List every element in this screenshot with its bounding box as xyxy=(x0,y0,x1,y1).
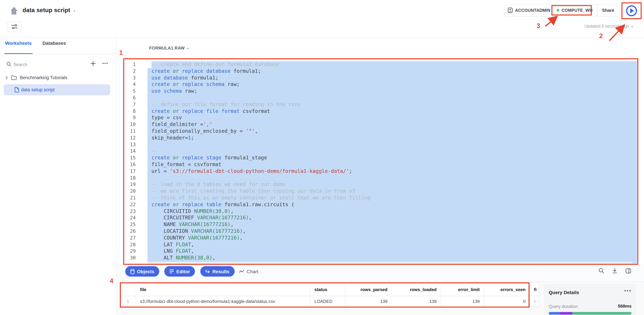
code-line-8: 8create or replace file format csvformat xyxy=(124,108,637,115)
divider xyxy=(0,54,116,54)
code-line-27: 27 COUNTRY VARCHAR(16777216), xyxy=(124,235,637,241)
line-number: 3 xyxy=(124,75,136,81)
code-line-1: 1-- create and define our formula1 datab… xyxy=(124,61,637,68)
tab-worksheets[interactable]: Worksheets xyxy=(5,41,32,46)
tab-objects[interactable]: Objects xyxy=(125,266,160,276)
line-number: 30 xyxy=(124,255,136,261)
line-number: 12 xyxy=(124,135,136,142)
line-number: 28 xyxy=(124,241,136,248)
tab-chart[interactable]: Chart xyxy=(239,266,258,276)
play-icon xyxy=(626,5,638,17)
line-number: 27 xyxy=(124,235,136,241)
code-text: LNG FLOAT, xyxy=(148,248,637,255)
warehouse-label: COMPUTE_WH xyxy=(562,8,593,13)
new-worksheet-button[interactable] xyxy=(90,61,96,67)
query-duration-label: Query duration xyxy=(549,304,578,309)
column-overflow-stub: fi xyxy=(530,283,539,296)
code-line-24: 24 CIRCUITREF VARCHAR(16777216), xyxy=(124,215,637,221)
download-icon xyxy=(612,268,618,273)
tab-databases[interactable]: Databases xyxy=(42,41,66,46)
column-header-errors_seen[interactable]: errors_seen xyxy=(484,283,530,296)
code-line-7: 7-- define our file format for reading i… xyxy=(124,101,637,108)
line-number: 17 xyxy=(124,168,136,175)
code-line-22: 22create or replace table formula1.raw.c… xyxy=(124,201,637,208)
title-caret-down-icon[interactable]: ▾ xyxy=(74,10,75,13)
annotation-label-1: 1 xyxy=(119,49,123,57)
code-line-9: 9type = csv xyxy=(124,115,637,121)
column-header-status[interactable]: status xyxy=(310,283,346,296)
folder-row-benchmarking-tutorials[interactable]: Benchmarking Tutorials xyxy=(0,73,116,83)
line-number: 19 xyxy=(124,181,136,188)
code-text xyxy=(148,175,637,181)
code-line-6: 6 xyxy=(124,95,637,101)
sliders-icon xyxy=(10,24,18,30)
duration-bar-segment-2 xyxy=(560,312,572,315)
table-cell: 1 xyxy=(120,296,136,306)
table-header-row: filestatusrows_parsedrows_loadederror_li… xyxy=(120,283,539,296)
updated-status[interactable]: Updated 8 seconds ago▾ xyxy=(584,24,633,29)
results-region: filestatusrows_parsedrows_loadederror_li… xyxy=(116,282,644,315)
column-header-file[interactable]: file xyxy=(136,283,310,296)
columns-layout-icon xyxy=(625,268,631,273)
tab-results[interactable]: Results xyxy=(200,266,234,276)
column-header-rows_parsed[interactable]: rows_parsed xyxy=(346,283,392,296)
worksheet-item-label: data setup script xyxy=(21,87,54,92)
context-label: FORMULA1.RAW xyxy=(149,46,185,51)
context-caret-down-icon: ▾ xyxy=(187,47,189,50)
code-text: use database formula1; xyxy=(148,75,637,81)
table-row[interactable]: 1s3://formula1-dbt-cloud-python-demo/for… xyxy=(120,296,539,306)
code-line-19: 19-- load in the 8 tables we need for ou… xyxy=(124,181,637,188)
database-context-selector[interactable]: FORMULA1.RAW▾ xyxy=(149,46,189,51)
tab-editor[interactable]: Editor xyxy=(164,266,195,276)
column-header-error_limit[interactable]: error_limit xyxy=(441,283,484,296)
column-header-rownum[interactable] xyxy=(120,283,136,296)
code-line-25: 25 NAME VARCHAR(16777216), xyxy=(124,221,637,228)
code-text: create or replace schema raw; xyxy=(148,81,637,88)
sql-editor[interactable]: 1-- create and define our formula1 datab… xyxy=(124,60,637,263)
query-details-more-button[interactable]: ••• xyxy=(624,288,632,293)
code-line-17: 17url = 's3://formula1-dbt-cloud-python-… xyxy=(124,168,637,175)
home-icon[interactable] xyxy=(10,7,18,15)
code-text: CIRCUITREF VARCHAR(16777216), xyxy=(148,215,637,221)
duration-bar-segment-3 xyxy=(572,312,632,315)
plus-icon xyxy=(90,61,96,66)
column-header-rows_loaded[interactable]: rows_loaded xyxy=(392,283,441,296)
code-text: file_format = csvformat xyxy=(148,161,637,168)
code-line-13: 13 xyxy=(124,141,637,148)
code-line-29: 29 LNG FLOAT, xyxy=(124,248,637,255)
filters-button[interactable] xyxy=(7,21,22,32)
query-duration-value: 568ms xyxy=(618,303,632,308)
editor-horizontal-scrollbar[interactable] xyxy=(148,262,632,263)
tab-chart-label: Chart xyxy=(247,269,258,274)
code-line-16: 16file_format = csvformat xyxy=(124,161,637,168)
search-input[interactable]: Search xyxy=(14,62,27,67)
share-button[interactable]: Share xyxy=(597,4,620,17)
page-title[interactable]: data setup script xyxy=(22,7,70,14)
table-cell: 139 xyxy=(392,296,441,306)
tab-editor-label: Editor xyxy=(176,269,190,274)
search-results-button[interactable] xyxy=(597,267,605,275)
line-number: 26 xyxy=(124,228,136,235)
code-text: create or replace stage formula1_stage xyxy=(148,155,637,161)
run-button[interactable] xyxy=(626,5,638,17)
role-badge-icon xyxy=(508,8,513,13)
snowsight-worksheet-app: data setup script ▾ ACCOUNTADMIN COMPUTE… xyxy=(0,0,644,315)
chevron-right-icon[interactable] xyxy=(5,76,8,80)
code-text: use schema raw; xyxy=(148,88,637,95)
updated-caret-down-icon: ▾ xyxy=(632,25,633,28)
code-text: type = csv xyxy=(148,115,637,121)
role-label: ACCOUNTADMIN xyxy=(515,8,550,13)
ellipsis-icon xyxy=(102,61,108,66)
line-number: 6 xyxy=(124,95,136,101)
table-cell: 139 xyxy=(346,296,392,306)
code-line-18: 18 xyxy=(124,175,637,181)
worksheet-item-selected[interactable]: data setup script xyxy=(4,84,110,95)
code-text: LAT FLOAT, xyxy=(148,241,637,248)
split-view-button[interactable] xyxy=(624,267,632,275)
query-duration-bar xyxy=(549,312,632,315)
query-details-title: Query Details xyxy=(549,290,579,295)
code-line-4: 4create or replace schema raw; xyxy=(124,81,637,88)
sidebar-more-button[interactable] xyxy=(102,61,108,67)
download-results-button[interactable] xyxy=(611,267,619,275)
session-context-pill[interactable]: ACCOUNTADMIN COMPUTE_WH xyxy=(504,4,598,17)
